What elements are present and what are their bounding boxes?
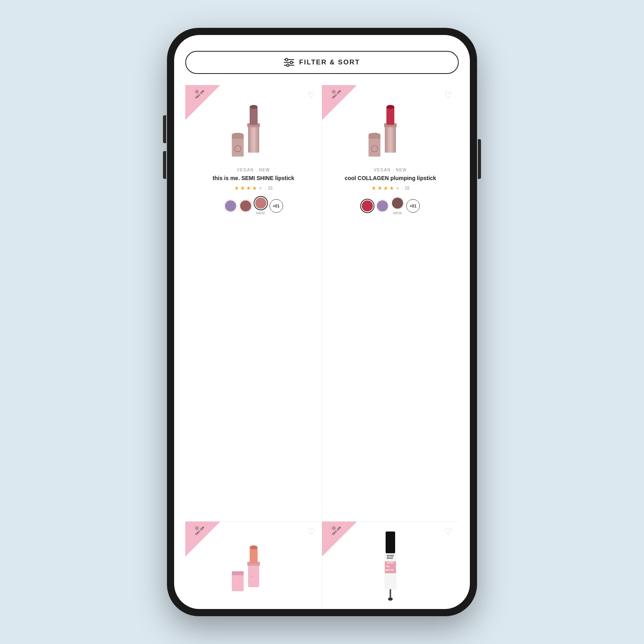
svg-rect-18 (386, 107, 394, 125)
svg-point-3 (285, 58, 288, 61)
product-name-1[interactable]: this is me. SEMI SHINE lipstick (213, 175, 294, 182)
swatch-more-2[interactable]: +01 (406, 199, 420, 213)
swatch-label-2-new: NEW (393, 211, 402, 215)
try-on-badge-4[interactable]: ◎ TRY-ON (322, 522, 357, 557)
product-image-3: e (230, 533, 277, 599)
svg-rect-11 (232, 137, 244, 157)
svg-text:WATER: WATER (387, 555, 394, 557)
product-card-2: ◎ TRY-ON ♡ (322, 85, 459, 521)
products-grid: ◎ TRY-ON ♡ (185, 85, 459, 521)
product-tags-2: VEGAN · NEW (374, 168, 407, 172)
try-on-badge-3[interactable]: ◎ TRY-ON (185, 522, 220, 557)
swatch-2-brown[interactable] (391, 197, 404, 209)
stars-1: ★ ★ ★ ★ ★ (234, 185, 263, 191)
swatch-col-2-3: NEW (391, 197, 404, 215)
svg-rect-20 (369, 137, 380, 157)
swatch-1-purple[interactable] (224, 200, 237, 212)
swatch-col-2-1 (361, 200, 374, 212)
product-name-2[interactable]: cool COLLAGEN plumping lipstick (345, 175, 436, 182)
lipstick-svg-3: e (230, 533, 277, 597)
star-1-3: ★ (246, 185, 251, 191)
star-2-1: ★ (371, 185, 376, 191)
product-rating-2: ★ ★ ★ ★ ★ · 15 (371, 185, 409, 191)
svg-text:8h: 8h (386, 565, 389, 568)
volume-down-button[interactable] (163, 151, 166, 179)
swatch-col-2-2 (376, 200, 389, 212)
wishlist-button-3[interactable]: ♡ (305, 526, 318, 538)
svg-rect-24 (248, 563, 259, 587)
filter-sort-label: FILTER & SORT (299, 58, 360, 66)
product-card-4: ◎ TRY-ON ♡ (322, 522, 459, 609)
star-1-2: ★ (240, 185, 245, 191)
phone-frame: FILTER & SORT ◎ TRY-ON ♡ (167, 28, 477, 616)
svg-point-10 (250, 105, 258, 109)
swatch-2-red[interactable] (361, 200, 374, 212)
svg-rect-30 (232, 571, 244, 575)
swatch-label-1-new: NEW (256, 211, 265, 215)
star-2-2: ★ (377, 185, 382, 191)
swatch-1-pink[interactable] (254, 197, 267, 209)
lipstick-svg-1 (230, 89, 277, 161)
star-2-3: ★ (383, 185, 388, 191)
star-2-4: ★ (389, 185, 394, 191)
swatch-more-1[interactable]: +01 (270, 199, 283, 213)
heart-icon-1: ♡ (307, 91, 315, 100)
swatch-2-purple[interactable] (376, 200, 389, 212)
try-on-badge-1[interactable]: ◎ TRY-ON (185, 85, 220, 120)
review-count-1: · 15 (265, 186, 272, 190)
swatch-1-mauve[interactable] (239, 200, 252, 212)
try-on-badge-2[interactable]: ◎ TRY-ON (322, 85, 357, 120)
product-tags-1: VEGAN · NEW (237, 168, 270, 172)
phone-screen: FILTER & SORT ◎ TRY-ON ♡ (174, 35, 470, 609)
svg-point-19 (386, 105, 394, 109)
color-swatches-2: NEW +01 (361, 197, 420, 215)
svg-rect-31 (386, 531, 395, 553)
svg-text:STAY: STAY (387, 561, 394, 564)
stars-2: ★ ★ ★ ★ ★ (371, 185, 400, 191)
product-rating-1: ★ ★ ★ ★ ★ · 15 (234, 185, 272, 191)
heart-icon-3: ♡ (307, 528, 315, 536)
svg-rect-16 (385, 125, 396, 153)
volume-up-button[interactable] (163, 115, 166, 143)
svg-rect-26 (250, 547, 258, 563)
star-1-4: ★ (252, 185, 257, 191)
svg-point-40 (388, 597, 393, 601)
star-2-5: ★ (395, 185, 400, 191)
swatch-col-1 (224, 200, 237, 212)
svg-point-22 (369, 133, 380, 137)
swatch-col-3: NEW (254, 197, 267, 215)
filter-icon (284, 58, 294, 67)
filter-sort-button[interactable]: FILTER & SORT (185, 51, 459, 74)
lipstick-svg-2 (367, 89, 414, 161)
star-1-1: ★ (234, 185, 239, 191)
svg-text:PROOF: PROOF (387, 557, 393, 559)
svg-text:MATTE: MATTE (386, 569, 394, 571)
review-count-2: · 15 (402, 186, 409, 190)
products-row2: ◎ TRY-ON ♡ (185, 521, 459, 609)
svg-point-4 (290, 61, 293, 64)
heart-icon-2: ♡ (444, 91, 452, 100)
svg-rect-9 (250, 107, 258, 125)
heart-icon-4: ♡ (444, 528, 452, 536)
svg-point-13 (232, 133, 244, 137)
svg-point-5 (287, 64, 289, 66)
swatch-col-2 (239, 200, 252, 212)
svg-point-27 (250, 545, 258, 549)
wishlist-button-4[interactable]: ♡ (442, 526, 455, 538)
wishlist-button-2[interactable]: ♡ (442, 89, 455, 102)
product-image-4: WATER PROOF STAY 8h MATTE (374, 530, 406, 603)
svg-rect-29 (232, 573, 244, 591)
mascara-svg: WATER PROOF STAY 8h MATTE (374, 530, 406, 601)
product-card-3: ◎ TRY-ON ♡ (185, 522, 322, 609)
star-1-5: ★ (258, 185, 263, 191)
screen-content: FILTER & SORT ◎ TRY-ON ♡ (174, 35, 470, 609)
product-card-1: ◎ TRY-ON ♡ (185, 85, 322, 521)
svg-rect-7 (248, 125, 259, 153)
power-button[interactable] (478, 139, 481, 179)
color-swatches-1: NEW +01 (224, 197, 283, 215)
wishlist-button-1[interactable]: ♡ (305, 89, 318, 102)
